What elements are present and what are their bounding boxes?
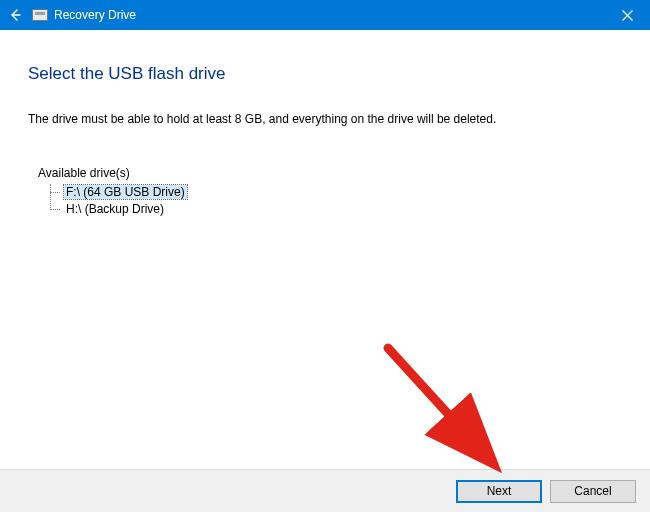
close-button[interactable] xyxy=(605,0,650,30)
svg-line-4 xyxy=(388,348,490,460)
drive-list-label: Available drive(s) xyxy=(38,166,622,180)
drive-item-label: F:\ (64 GB USB Drive) xyxy=(64,185,187,199)
drive-list: F:\ (64 GB USB Drive) H:\ (Backup Drive) xyxy=(50,184,622,218)
back-arrow-icon xyxy=(7,7,23,23)
close-icon xyxy=(622,10,633,21)
page-heading: Select the USB flash drive xyxy=(28,64,622,84)
page-description: The drive must be able to hold at least … xyxy=(28,112,622,126)
cancel-button[interactable]: Cancel xyxy=(550,480,636,503)
content-area: Select the USB flash drive The drive mus… xyxy=(0,30,650,218)
next-button[interactable]: Next xyxy=(456,480,542,503)
drive-item-label: H:\ (Backup Drive) xyxy=(64,202,166,216)
drive-icon xyxy=(32,9,48,21)
footer: Next Cancel xyxy=(0,469,650,512)
drive-item[interactable]: F:\ (64 GB USB Drive) xyxy=(50,184,622,201)
window-title: Recovery Drive xyxy=(54,0,136,30)
drive-item[interactable]: H:\ (Backup Drive) xyxy=(50,201,622,218)
titlebar: Recovery Drive xyxy=(0,0,650,30)
back-button[interactable] xyxy=(0,0,30,30)
